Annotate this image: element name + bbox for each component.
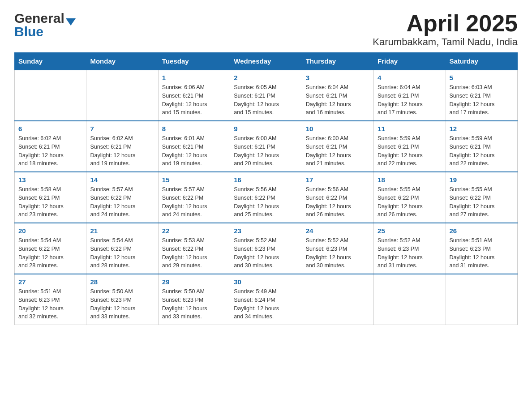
day-number: 23	[234, 227, 298, 235]
calendar-cell: 8Sunrise: 6:01 AMSunset: 6:21 PMDaylight…	[158, 121, 230, 172]
day-number: 29	[162, 278, 226, 286]
day-number: 7	[90, 125, 154, 133]
day-number: 6	[18, 125, 82, 133]
calendar-cell: 10Sunrise: 6:00 AMSunset: 6:21 PMDayligh…	[302, 121, 373, 172]
day-info: Sunrise: 6:04 AMSunset: 6:21 PMDaylight:…	[378, 83, 442, 117]
day-number: 5	[450, 74, 514, 81]
calendar-cell	[446, 274, 517, 325]
day-number: 9	[234, 125, 298, 133]
day-number: 25	[378, 227, 442, 235]
day-info: Sunrise: 5:54 AMSunset: 6:22 PMDaylight:…	[18, 236, 82, 270]
calendar-cell: 6Sunrise: 6:02 AMSunset: 6:21 PMDaylight…	[15, 121, 86, 172]
day-info: Sunrise: 5:53 AMSunset: 6:22 PMDaylight:…	[162, 236, 226, 270]
day-of-week-monday: Monday	[86, 53, 158, 70]
day-number: 12	[450, 125, 514, 133]
calendar-header: SundayMondayTuesdayWednesdayThursdayFrid…	[15, 53, 518, 70]
day-of-week-thursday: Thursday	[302, 53, 373, 70]
calendar-cell: 22Sunrise: 5:53 AMSunset: 6:22 PMDayligh…	[158, 223, 230, 274]
day-number: 3	[306, 74, 370, 81]
calendar-cell: 5Sunrise: 6:03 AMSunset: 6:21 PMDaylight…	[446, 70, 517, 121]
logo: General Blue	[14, 11, 76, 39]
calendar-cell: 1Sunrise: 6:06 AMSunset: 6:21 PMDaylight…	[158, 70, 230, 121]
calendar-cell: 3Sunrise: 6:04 AMSunset: 6:21 PMDaylight…	[302, 70, 373, 121]
day-info: Sunrise: 6:00 AMSunset: 6:21 PMDaylight:…	[306, 134, 370, 168]
day-info: Sunrise: 5:56 AMSunset: 6:22 PMDaylight:…	[234, 185, 298, 219]
page-header: General Blue April 2025 Karumbakkam, Tam…	[14, 11, 518, 48]
calendar-body: 1Sunrise: 6:06 AMSunset: 6:21 PMDaylight…	[15, 70, 518, 325]
calendar-cell: 25Sunrise: 5:52 AMSunset: 6:23 PMDayligh…	[374, 223, 446, 274]
day-number: 30	[234, 278, 298, 286]
day-info: Sunrise: 5:52 AMSunset: 6:23 PMDaylight:…	[378, 236, 442, 270]
calendar-cell: 29Sunrise: 5:50 AMSunset: 6:23 PMDayligh…	[158, 274, 230, 325]
calendar-table: SundayMondayTuesdayWednesdayThursdayFrid…	[14, 52, 518, 325]
day-of-week-sunday: Sunday	[15, 53, 86, 70]
day-number: 13	[18, 176, 82, 184]
calendar-cell	[15, 70, 86, 121]
calendar-week-4: 20Sunrise: 5:54 AMSunset: 6:22 PMDayligh…	[15, 223, 518, 274]
calendar-cell: 16Sunrise: 5:56 AMSunset: 6:22 PMDayligh…	[230, 172, 302, 223]
day-info: Sunrise: 6:01 AMSunset: 6:21 PMDaylight:…	[162, 134, 226, 168]
day-info: Sunrise: 5:56 AMSunset: 6:22 PMDaylight:…	[306, 185, 370, 219]
day-number: 27	[18, 278, 82, 286]
day-number: 26	[450, 227, 514, 235]
day-of-week-friday: Friday	[374, 53, 446, 70]
calendar-cell: 18Sunrise: 5:55 AMSunset: 6:22 PMDayligh…	[374, 172, 446, 223]
calendar-cell: 19Sunrise: 5:55 AMSunset: 6:22 PMDayligh…	[446, 172, 517, 223]
calendar-cell: 4Sunrise: 6:04 AMSunset: 6:21 PMDaylight…	[374, 70, 446, 121]
day-number: 15	[162, 176, 226, 184]
day-number: 10	[306, 125, 370, 133]
calendar-cell	[86, 70, 158, 121]
calendar-week-3: 13Sunrise: 5:58 AMSunset: 6:21 PMDayligh…	[15, 172, 518, 223]
days-of-week-row: SundayMondayTuesdayWednesdayThursdayFrid…	[15, 53, 518, 70]
calendar-cell: 26Sunrise: 5:51 AMSunset: 6:23 PMDayligh…	[446, 223, 517, 274]
day-info: Sunrise: 6:00 AMSunset: 6:21 PMDaylight:…	[234, 134, 298, 168]
calendar-cell: 24Sunrise: 5:52 AMSunset: 6:23 PMDayligh…	[302, 223, 373, 274]
page-subtitle: Karumbakkam, Tamil Nadu, India	[373, 36, 518, 48]
day-number: 11	[378, 125, 442, 133]
day-info: Sunrise: 5:54 AMSunset: 6:22 PMDaylight:…	[90, 236, 154, 270]
day-info: Sunrise: 6:04 AMSunset: 6:21 PMDaylight:…	[306, 83, 370, 117]
day-number: 8	[162, 125, 226, 133]
calendar-week-1: 1Sunrise: 6:06 AMSunset: 6:21 PMDaylight…	[15, 70, 518, 121]
calendar-cell	[374, 274, 446, 325]
day-info: Sunrise: 5:52 AMSunset: 6:23 PMDaylight:…	[234, 236, 298, 270]
day-info: Sunrise: 5:51 AMSunset: 6:23 PMDaylight:…	[450, 236, 514, 270]
calendar-week-5: 27Sunrise: 5:51 AMSunset: 6:23 PMDayligh…	[15, 274, 518, 325]
day-number: 22	[162, 227, 226, 235]
day-number: 2	[234, 74, 298, 81]
day-info: Sunrise: 6:06 AMSunset: 6:21 PMDaylight:…	[162, 83, 226, 117]
day-info: Sunrise: 5:49 AMSunset: 6:24 PMDaylight:…	[234, 287, 298, 321]
day-number: 21	[90, 227, 154, 235]
day-info: Sunrise: 5:50 AMSunset: 6:23 PMDaylight:…	[162, 287, 226, 321]
title-block: April 2025 Karumbakkam, Tamil Nadu, Indi…	[373, 11, 518, 48]
day-number: 4	[378, 74, 442, 81]
day-of-week-wednesday: Wednesday	[230, 53, 302, 70]
calendar-cell: 12Sunrise: 5:59 AMSunset: 6:21 PMDayligh…	[446, 121, 517, 172]
day-of-week-tuesday: Tuesday	[158, 53, 230, 70]
day-info: Sunrise: 5:51 AMSunset: 6:23 PMDaylight:…	[18, 287, 82, 321]
day-info: Sunrise: 5:58 AMSunset: 6:21 PMDaylight:…	[18, 185, 82, 219]
calendar-cell: 2Sunrise: 6:05 AMSunset: 6:21 PMDaylight…	[230, 70, 302, 121]
calendar-week-2: 6Sunrise: 6:02 AMSunset: 6:21 PMDaylight…	[15, 121, 518, 172]
calendar-cell: 30Sunrise: 5:49 AMSunset: 6:24 PMDayligh…	[230, 274, 302, 325]
day-info: Sunrise: 6:02 AMSunset: 6:21 PMDaylight:…	[90, 134, 154, 168]
logo-blue-text: Blue	[14, 24, 43, 39]
calendar-cell: 15Sunrise: 5:57 AMSunset: 6:22 PMDayligh…	[158, 172, 230, 223]
day-number: 14	[90, 176, 154, 184]
day-number: 1	[162, 74, 226, 81]
day-info: Sunrise: 6:03 AMSunset: 6:21 PMDaylight:…	[450, 83, 514, 117]
day-number: 18	[378, 176, 442, 184]
calendar-cell: 20Sunrise: 5:54 AMSunset: 6:22 PMDayligh…	[15, 223, 86, 274]
day-number: 24	[306, 227, 370, 235]
calendar-cell: 23Sunrise: 5:52 AMSunset: 6:23 PMDayligh…	[230, 223, 302, 274]
day-info: Sunrise: 6:02 AMSunset: 6:21 PMDaylight:…	[18, 134, 82, 168]
calendar-cell: 11Sunrise: 5:59 AMSunset: 6:21 PMDayligh…	[374, 121, 446, 172]
calendar-cell: 27Sunrise: 5:51 AMSunset: 6:23 PMDayligh…	[15, 274, 86, 325]
calendar-cell: 13Sunrise: 5:58 AMSunset: 6:21 PMDayligh…	[15, 172, 86, 223]
calendar-cell: 9Sunrise: 6:00 AMSunset: 6:21 PMDaylight…	[230, 121, 302, 172]
day-info: Sunrise: 5:59 AMSunset: 6:21 PMDaylight:…	[378, 134, 442, 168]
calendar-cell: 28Sunrise: 5:50 AMSunset: 6:23 PMDayligh…	[86, 274, 158, 325]
day-info: Sunrise: 6:05 AMSunset: 6:21 PMDaylight:…	[234, 83, 298, 117]
day-number: 19	[450, 176, 514, 184]
logo-arrow-icon	[66, 18, 76, 26]
